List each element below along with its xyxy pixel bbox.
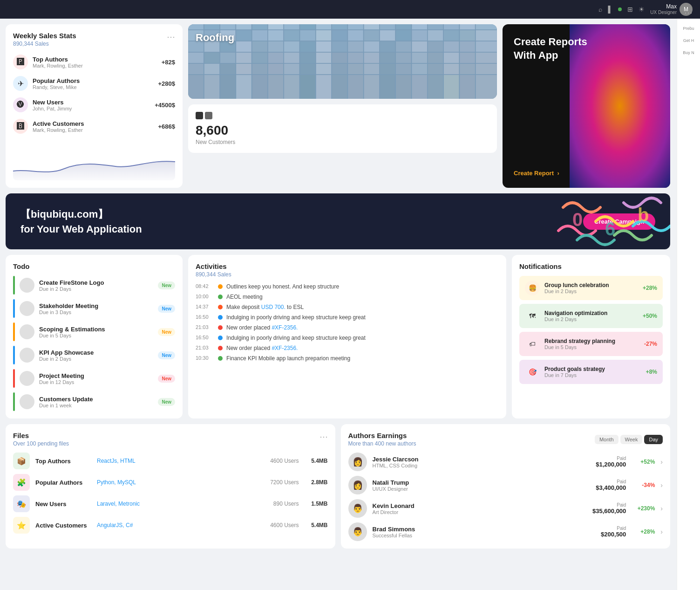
svg-rect-79: [220, 64, 236, 75]
svg-rect-61: [236, 53, 251, 63]
activity-link[interactable]: #XF-2356.: [272, 345, 298, 351]
activity-link[interactable]: USD 700.: [261, 304, 285, 310]
search-icon[interactable]: ⌕: [598, 6, 602, 13]
activity-item: 08:42 Outlines keep you honest. And keep…: [196, 283, 499, 290]
files-menu[interactable]: ⋯: [319, 432, 328, 442]
row-1: ⋯ Weekly Sales Stats 890,344 Sales 🅿 Top…: [6, 24, 670, 188]
nc-icon-mid: [205, 112, 212, 119]
earn-paid-block: Paid $35,600,000: [592, 502, 626, 515]
notification-due: Due in 2 Days: [544, 288, 638, 294]
file-tech: Laravel, Metronic: [97, 501, 256, 507]
month-button[interactable]: Month: [595, 435, 618, 444]
svg-rect-49: [348, 41, 363, 52]
svg-rect-113: [460, 75, 475, 99]
author-value: +280$: [158, 80, 175, 87]
roofing-section: Roofing 8,600 New Customers: [188, 24, 497, 188]
earn-role: Art Director: [373, 509, 587, 515]
svg-rect-93: [444, 64, 459, 75]
todo-bar: [13, 369, 15, 388]
files-list: 📦 Top Authors ReactJs, HTML 4600 Users 5…: [13, 453, 328, 534]
files-card: Files Over 100 pending files ⋯ 📦 Top Aut…: [6, 424, 335, 549]
activity-link[interactable]: #XF-2356.: [272, 324, 298, 331]
notifications-list: 🍔 Group lunch celebration Due in 2 Days …: [519, 276, 663, 384]
svg-rect-53: [412, 41, 427, 52]
svg-rect-42: [236, 41, 251, 52]
file-size: 2.8MB: [305, 479, 328, 486]
todo-item-name: Create FireStone Logo: [39, 279, 153, 286]
svg-rect-110: [412, 75, 427, 99]
todo-info: Create FireStone Logo Due in 2 Days: [39, 279, 153, 292]
svg-text:6: 6: [605, 219, 615, 239]
svg-rect-85: [316, 64, 331, 75]
author-item: 🅿 Top Authors Mark, Rowling, Esther +82$: [13, 53, 175, 71]
svg-rect-78: [204, 64, 219, 75]
todo-bar: [13, 346, 15, 364]
author-item: ✈ Popular Authors Randy, Steve, Mike +28…: [13, 74, 175, 93]
svg-rect-74: [444, 53, 459, 63]
activity-time: 21:03: [196, 324, 214, 330]
todo-item-badge: New: [158, 375, 175, 383]
file-size: 1.5MB: [305, 501, 328, 507]
file-icon: 🎭: [13, 495, 30, 512]
svg-rect-36: [444, 30, 459, 41]
svg-rect-109: [396, 75, 411, 99]
activity-time: 16:50: [196, 335, 214, 340]
day-button[interactable]: Day: [644, 435, 663, 444]
files-title: Files: [13, 432, 69, 439]
earn-name: Natali Trump: [373, 479, 591, 486]
svg-rect-8: [300, 24, 315, 29]
author-icon: ✈: [13, 76, 28, 91]
svg-rect-68: [348, 53, 363, 63]
author-info: Active Customers Mark, Rowling, Esther: [33, 120, 153, 133]
activity-item: 14:37 Make deposit USD 700. to ESL: [196, 304, 499, 310]
right-panel-item-1[interactable]: Prebu: [681, 24, 696, 33]
earn-paid-block: Paid $3,400,000: [596, 479, 626, 491]
grid-icon[interactable]: ⊞: [627, 6, 633, 13]
author-value: +4500$: [155, 102, 175, 109]
notification-value: +8%: [646, 369, 657, 375]
svg-text:b: b: [638, 205, 649, 225]
todo-item: Stakeholder Meeting Due in 3 Days New: [13, 299, 175, 318]
earn-info: Natali Trump UI/UX Designer: [373, 479, 591, 492]
todo-item-badge: New: [158, 305, 175, 313]
todo-title: Todo: [13, 262, 175, 270]
author-name: New Users: [33, 99, 150, 106]
todo-info: Stakeholder Meeting Due in 3 Days: [39, 302, 153, 315]
earn-arrow-icon[interactable]: ›: [660, 481, 663, 489]
activity-item: 21:03 New order placed #XF-2356.: [196, 324, 499, 331]
file-item: 🎭 New Users Laravel, Metronic 890 Users …: [13, 495, 328, 512]
right-panel-item-3[interactable]: Buy N: [681, 48, 696, 57]
earn-arrow-icon[interactable]: ›: [660, 505, 663, 512]
svg-rect-46: [300, 41, 315, 52]
file-item: 🧩 Popular Authors Python, MySQL 7200 Use…: [13, 474, 328, 491]
svg-rect-10: [332, 24, 347, 29]
svg-rect-19: [476, 24, 497, 29]
earn-arrow-icon[interactable]: ›: [660, 528, 663, 535]
week-button[interactable]: Week: [620, 435, 643, 444]
todo-avatar: [20, 348, 34, 363]
svg-rect-50: [364, 41, 379, 52]
earn-role: Successful Fellas: [373, 533, 596, 538]
svg-rect-98: [220, 75, 236, 99]
todo-item-due: Due in 2 Days: [39, 286, 153, 292]
create-report-link[interactable]: Create Report ›: [514, 170, 559, 177]
right-panel-item-2[interactable]: Get H: [681, 36, 696, 45]
earn-arrow-icon[interactable]: ›: [660, 458, 663, 466]
notification-info: Group lunch celebration Due in 2 Days: [544, 282, 638, 294]
theme-icon[interactable]: ☀: [639, 6, 645, 13]
earn-paid-label: Paid: [601, 526, 626, 531]
svg-rect-32: [380, 30, 395, 41]
notification-value: +28%: [643, 285, 657, 291]
notification-info: Product goals strategy Due in 7 Days: [544, 366, 641, 378]
roofing-card: Roofing: [188, 24, 497, 99]
earnings-subtitle: More than 400 new authors: [348, 440, 416, 447]
activity-item: 16:50 Indulging in poorly driving and ke…: [196, 314, 499, 321]
weekly-sales-menu[interactable]: ⋯: [167, 32, 175, 42]
topbar: ⌕ ▌ ⊞ ☀ Max UX Designer M: [0, 0, 700, 19]
svg-rect-89: [380, 64, 395, 75]
bar-icon[interactable]: ▌: [608, 6, 612, 13]
svg-rect-59: [204, 53, 219, 63]
todo-item-name: Project Meeting: [39, 372, 153, 379]
todo-item-name: KPI App Showcase: [39, 349, 153, 356]
todo-bar: [13, 299, 15, 318]
